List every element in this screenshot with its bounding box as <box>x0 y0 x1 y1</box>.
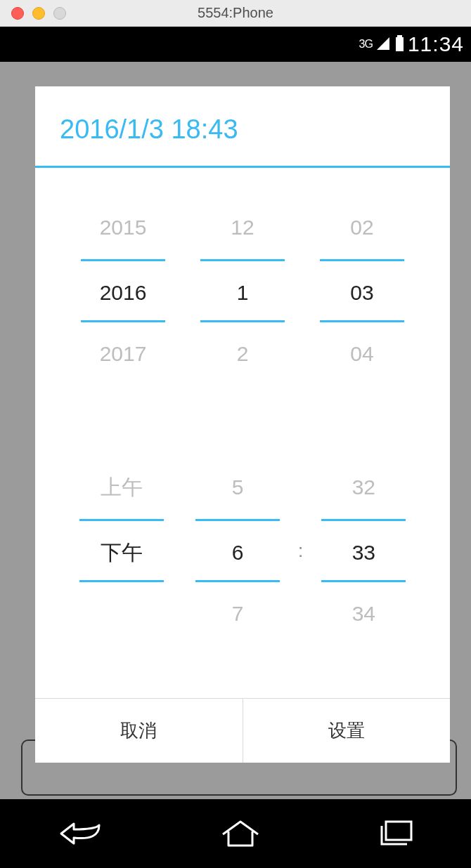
emulator-frame: 3G 11:34 2016/1/3 18:43 2015 2016 2017 <box>0 27 471 868</box>
hour-next[interactable]: 7 <box>195 582 280 645</box>
svg-rect-0 <box>386 822 411 840</box>
dialog-body: 2015 2016 2017 12 1 2 <box>35 168 450 698</box>
signal-icon <box>377 37 389 50</box>
ampm-next <box>79 582 164 645</box>
dialog-button-bar: 取消 设置 <box>35 698 450 763</box>
android-navbar <box>0 799 471 868</box>
year-selected[interactable]: 2016 <box>81 259 165 322</box>
dialog-title: 2016/1/3 18:43 <box>35 86 450 168</box>
year-picker[interactable]: 2015 2016 2017 <box>81 196 165 386</box>
date-picker-row: 2015 2016 2017 12 1 2 <box>35 168 450 414</box>
back-button[interactable] <box>57 820 106 848</box>
day-selected[interactable]: 03 <box>320 259 404 322</box>
hour-prev[interactable]: 5 <box>195 456 280 519</box>
window-controls <box>11 7 66 20</box>
battery-icon <box>396 37 404 51</box>
minimize-window-button[interactable] <box>32 7 45 20</box>
recents-button[interactable] <box>375 819 414 848</box>
app-content: 2016/1/3 18:43 2015 2016 2017 12 1 <box>0 62 471 799</box>
ampm-selected[interactable]: 下午 <box>79 519 164 582</box>
day-next[interactable]: 04 <box>320 322 404 386</box>
android-status-bar: 3G 11:34 <box>0 27 471 62</box>
year-next[interactable]: 2017 <box>81 322 165 386</box>
mac-titlebar: 5554:Phone <box>0 0 471 27</box>
network-indicator-label: 3G <box>359 38 373 51</box>
day-prev[interactable]: 02 <box>320 196 404 259</box>
ampm-picker[interactable]: 上午 下午 <box>79 456 164 645</box>
month-picker[interactable]: 12 1 2 <box>200 196 285 386</box>
confirm-button[interactable]: 设置 <box>243 699 451 763</box>
time-separator: : <box>296 540 306 562</box>
time-picker-row: 上午 下午 5 6 7 : <box>35 414 450 673</box>
window-title: 5554:Phone <box>0 5 471 21</box>
month-next[interactable]: 2 <box>200 322 285 386</box>
day-picker[interactable]: 02 03 04 <box>320 196 404 386</box>
minute-prev[interactable]: 32 <box>321 456 406 519</box>
datetime-picker-dialog: 2016/1/3 18:43 2015 2016 2017 12 1 <box>35 86 450 763</box>
month-selected[interactable]: 1 <box>200 259 285 322</box>
home-button[interactable] <box>220 819 261 848</box>
cancel-button[interactable]: 取消 <box>35 699 243 763</box>
minute-picker[interactable]: 32 33 34 <box>321 456 406 645</box>
hour-picker[interactable]: 5 6 7 <box>195 456 280 645</box>
year-prev[interactable]: 2015 <box>81 196 165 259</box>
ampm-prev[interactable]: 上午 <box>79 456 164 519</box>
hour-selected[interactable]: 6 <box>195 519 280 582</box>
minute-next[interactable]: 34 <box>321 582 406 645</box>
maximize-window-button[interactable] <box>53 7 66 20</box>
month-prev[interactable]: 12 <box>200 196 285 259</box>
minute-selected[interactable]: 33 <box>321 519 406 582</box>
close-window-button[interactable] <box>11 7 24 20</box>
status-clock: 11:34 <box>408 32 464 56</box>
